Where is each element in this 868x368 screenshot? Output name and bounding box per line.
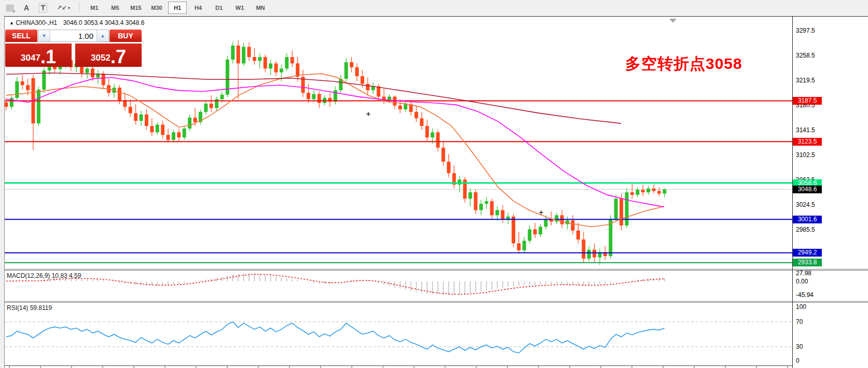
chevron-down-icon: ▾ bbox=[68, 6, 70, 10]
toolbar-separator bbox=[79, 3, 80, 13]
timeframe-button-m30[interactable]: M30 bbox=[147, 2, 166, 14]
price-level-badge: 3048.6 bbox=[793, 186, 822, 193]
price-axis-label: 3258.5 bbox=[796, 52, 815, 59]
collapse-triangle-icon[interactable]: ▲ bbox=[9, 20, 14, 25]
price-level-badge: 3123.5 bbox=[793, 138, 822, 146]
price-axis-label: 3219.5 bbox=[796, 77, 815, 84]
price-level-badge: 3001.6 bbox=[793, 216, 822, 223]
price-axis-label: 3297.5 bbox=[796, 27, 815, 34]
buy-button[interactable]: BUY bbox=[109, 30, 142, 42]
price-level-badge: 2933.8 bbox=[793, 259, 822, 266]
sell-price-frac: .1 bbox=[40, 48, 56, 66]
volume-increase-button[interactable]: ▲ bbox=[97, 30, 108, 41]
volume-input[interactable] bbox=[50, 30, 97, 41]
timeframe-button-m5[interactable]: M5 bbox=[106, 2, 125, 14]
price-axis-label: 3102.5 bbox=[796, 151, 815, 159]
price-axis-label: 2985.5 bbox=[796, 226, 815, 233]
timeframe-button-h1[interactable]: H1 bbox=[168, 2, 187, 14]
volume-decrease-button[interactable]: ▼ bbox=[38, 30, 50, 41]
macd-axis-label: -45.94 bbox=[796, 291, 814, 299]
timeframe-button-m15[interactable]: M15 bbox=[127, 2, 145, 14]
sell-price-int: 3047 bbox=[21, 50, 40, 66]
ohlc-values: 3046.0 3053.4 3043.4 3048.6 bbox=[63, 19, 145, 26]
macd-axis-label: 27.98 bbox=[796, 270, 811, 277]
volume-spinner: ▼ ▲ bbox=[38, 30, 109, 42]
macd-indicator-label: MACD(12,26,9) 10.83 4.59 bbox=[7, 272, 81, 279]
price-axis-label: 3141.5 bbox=[796, 126, 815, 134]
timeframe-button-h4[interactable]: H4 bbox=[189, 2, 208, 14]
buy-price-frac: .7 bbox=[111, 48, 126, 66]
sell-button[interactable]: SELL bbox=[5, 30, 37, 42]
sell-price-panel[interactable]: 3047 .1 bbox=[5, 44, 72, 67]
letter-a-glyph: A bbox=[24, 4, 29, 12]
arrows-glyph: ↗↙ bbox=[57, 4, 67, 11]
symbol-label: CHINA300-,H1 bbox=[16, 19, 57, 26]
rsi-axis-label: 0 bbox=[796, 357, 800, 364]
grid-frame-sub-label: F bbox=[13, 9, 16, 14]
timeframe-button-w1[interactable]: W1 bbox=[230, 2, 249, 14]
price-level-badge: 2949.2 bbox=[793, 249, 822, 257]
price-axis-label: 3024.5 bbox=[796, 201, 815, 208]
letter-a-icon[interactable]: A bbox=[20, 2, 33, 13]
rsi-axis-label: 70 bbox=[796, 318, 803, 325]
text-box-glyph: T bbox=[39, 4, 48, 12]
timeframe-bar: M1M5M15M30H1H4D1W1MN bbox=[84, 2, 271, 14]
price-level-badge: 3187.5 bbox=[793, 97, 822, 105]
rsi-axis-label: 100 bbox=[796, 303, 806, 310]
chart-annotation-text: 多空转折点3058 bbox=[625, 53, 742, 75]
rsi-axis-label: 30 bbox=[796, 343, 803, 350]
buy-price-int: 3052 bbox=[91, 50, 111, 66]
top-toolbar: F A T ↗↙ ▾ M1M5M15M30H1H4D1W1MN bbox=[0, 0, 868, 16]
grid-frame-icon[interactable]: F bbox=[3, 2, 17, 13]
text-box-icon[interactable]: T bbox=[36, 2, 50, 13]
buy-price-panel[interactable]: 3052 .7 bbox=[75, 44, 142, 67]
timeframe-button-m1[interactable]: M1 bbox=[85, 2, 104, 14]
macd-axis-label: 0.00 bbox=[796, 278, 808, 285]
draw-objects-icon[interactable]: ↗↙ ▾ bbox=[53, 2, 74, 13]
rsi-indicator-label: RSI(14) 59.8119 bbox=[7, 304, 52, 312]
chart-title: ▲ CHINA300-,H1 3046.0 3053.4 3043.4 3048… bbox=[9, 19, 144, 26]
chart-window: ▲ CHINA300-,H1 3046.0 3053.4 3043.4 3048… bbox=[0, 16, 868, 368]
timeframe-button-mn[interactable]: MN bbox=[251, 2, 270, 14]
one-click-trade-panel: SELL ▼ ▲ BUY 3047 .1 3052 .7 bbox=[5, 30, 142, 67]
timeframe-button-d1[interactable]: D1 bbox=[210, 2, 228, 14]
